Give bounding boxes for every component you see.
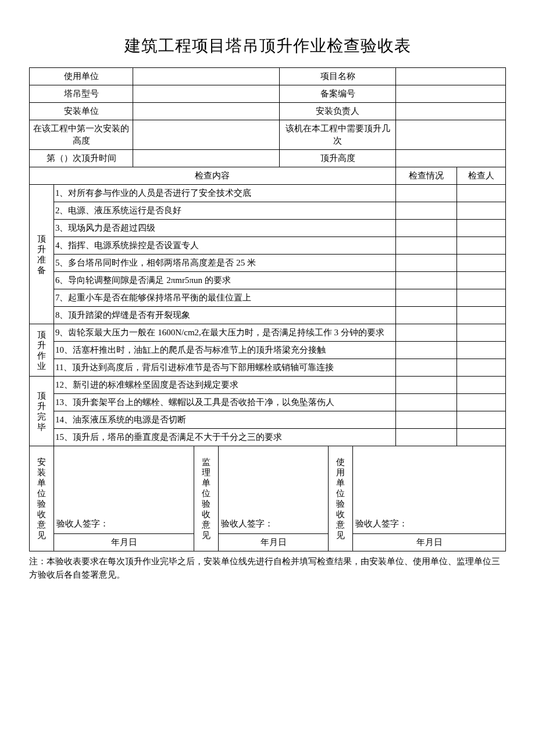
status-8[interactable] xyxy=(395,307,456,324)
label-first-height: 在该工程中第一次安装的高度 xyxy=(30,120,133,150)
status-15[interactable] xyxy=(395,429,456,446)
label-supervise-opinion: 监理单位验收意见 xyxy=(194,446,219,551)
checker-6[interactable] xyxy=(456,272,505,289)
item-13: 13、顶升套架平台上的螺栓、螺帽以及工具是否收拾干净，以免坠落伤人 xyxy=(54,394,395,411)
label-install-head: 安装负责人 xyxy=(280,103,395,120)
label-lift-height: 顶升高度 xyxy=(280,150,395,167)
item-3: 3、现场风力是否超过四级 xyxy=(54,220,395,237)
group-work: 顶升作业 xyxy=(30,324,54,377)
label-nth-time: 第（）次顶升时间 xyxy=(30,150,133,167)
checker-3[interactable] xyxy=(456,220,505,237)
item-12: 12、新引进的标准螺栓坚固度是否达到规定要求 xyxy=(54,377,395,394)
checker-8[interactable] xyxy=(456,307,505,324)
install-date[interactable]: 年月日 xyxy=(54,534,194,551)
item-1: 1、对所有参与作业的人员是否进行了安全技术交底 xyxy=(54,185,395,202)
status-3[interactable] xyxy=(395,220,456,237)
group-prep: 顶升准备 xyxy=(30,185,54,324)
col-checker: 检查人 xyxy=(456,167,505,185)
item-10: 10、活塞杆推出时，油缸上的爬爪是否与标准节上的顶升塔梁充分接触 xyxy=(54,342,395,359)
status-14[interactable] xyxy=(395,411,456,429)
checker-7[interactable] xyxy=(456,289,505,307)
item-9: 9、齿轮泵最大压力一般在 1600N/cm2,在最大压力时，是否满足持续工作 3… xyxy=(54,324,395,342)
page-title: 建筑工程项目塔吊顶升作业检查验收表 xyxy=(29,35,506,57)
status-12[interactable] xyxy=(395,377,456,394)
item-5: 5、多台塔吊同时作业，相邻两塔吊高度差是否 25 米 xyxy=(54,255,395,272)
checker-2[interactable] xyxy=(456,202,505,220)
checker-1[interactable] xyxy=(456,185,505,202)
item-4: 4、指挥、电源系统操控是否设置专人 xyxy=(54,237,395,255)
use-date[interactable]: 年月日 xyxy=(353,534,506,551)
status-13[interactable] xyxy=(395,394,456,411)
status-4[interactable] xyxy=(395,237,456,255)
item-8: 8、顶升踏梁的焊缝是否有开裂现象 xyxy=(54,307,395,324)
value-record-no[interactable] xyxy=(395,85,505,103)
value-nth-time[interactable] xyxy=(133,150,280,167)
value-install-unit[interactable] xyxy=(133,103,280,120)
checker-13[interactable] xyxy=(456,394,505,411)
checker-9[interactable] xyxy=(456,324,505,342)
label-use-unit: 使用单位 xyxy=(30,68,133,85)
group-done: 顶升完毕 xyxy=(30,377,54,446)
checker-5[interactable] xyxy=(456,255,505,272)
label-project-name: 项目名称 xyxy=(280,68,395,85)
checker-11[interactable] xyxy=(456,359,505,377)
value-lift-height[interactable] xyxy=(395,150,505,167)
status-10[interactable] xyxy=(395,342,456,359)
value-crane-model[interactable] xyxy=(133,85,280,103)
label-install-opinion: 安装单位验收意见 xyxy=(30,446,54,551)
status-1[interactable] xyxy=(395,185,456,202)
value-need-times[interactable] xyxy=(395,120,505,150)
item-7: 7、起重小车是否在能够保持塔吊平衡的最佳位置上 xyxy=(54,289,395,307)
supervise-sig[interactable]: 验收人签字： xyxy=(219,446,329,534)
label-install-unit: 安装单位 xyxy=(30,103,133,120)
col-status: 检查情况 xyxy=(395,167,456,185)
status-5[interactable] xyxy=(395,255,456,272)
install-sig[interactable]: 验收人签字： xyxy=(54,446,194,534)
checker-14[interactable] xyxy=(456,411,505,429)
checker-15[interactable] xyxy=(456,429,505,446)
item-11: 11、顶升达到高度后，背后引进标准节是否与下部用螺栓或销轴可靠连接 xyxy=(54,359,395,377)
label-record-no: 备案编号 xyxy=(280,85,395,103)
label-need-times: 该机在本工程中需要顶升几次 xyxy=(280,120,395,150)
checker-4[interactable] xyxy=(456,237,505,255)
use-sig[interactable]: 验收人签字： xyxy=(353,446,506,534)
value-first-height[interactable] xyxy=(133,120,280,150)
status-2[interactable] xyxy=(395,202,456,220)
item-15: 15、顶升后，塔吊的垂直度是否满足不大于千分之三的要求 xyxy=(54,429,395,446)
value-install-head[interactable] xyxy=(395,103,505,120)
checker-10[interactable] xyxy=(456,342,505,359)
item-2: 2、电源、液压系统运行是否良好 xyxy=(54,202,395,220)
col-content: 检查内容 xyxy=(30,167,396,185)
checker-12[interactable] xyxy=(456,377,505,394)
status-6[interactable] xyxy=(395,272,456,289)
item-6: 6、导向轮调整间隙是否满足 2πmr5πun 的要求 xyxy=(54,272,395,289)
value-use-unit[interactable] xyxy=(133,68,280,85)
status-11[interactable] xyxy=(395,359,456,377)
status-9[interactable] xyxy=(395,324,456,342)
label-use-opinion: 使用单位验收意见 xyxy=(329,446,353,551)
item-14: 14、油泵液压系统的电源是否切断 xyxy=(54,411,395,429)
label-crane-model: 塔吊型号 xyxy=(30,85,133,103)
value-project-name[interactable] xyxy=(395,68,505,85)
supervise-date[interactable]: 年月日 xyxy=(219,534,329,551)
footnote: 注：本验收表要求在每次顶升作业完毕之后，安装单位线先进行自检并填写检查结果，由安… xyxy=(29,555,506,581)
inspection-table: 使用单位 项目名称 塔吊型号 备案编号 安装单位 安装负责人 在该工程中第一次安… xyxy=(29,67,506,551)
status-7[interactable] xyxy=(395,289,456,307)
